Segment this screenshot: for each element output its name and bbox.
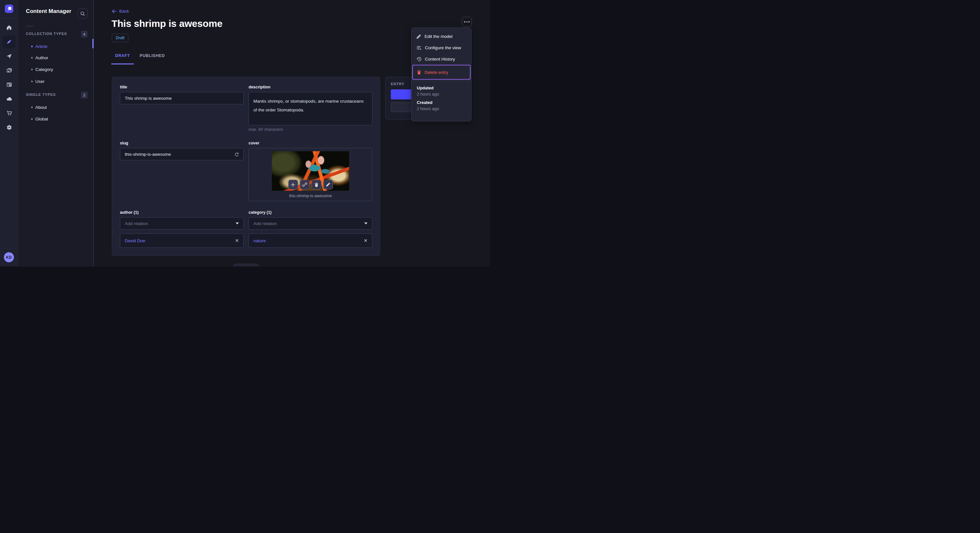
remove-relation-icon[interactable]: ✕ [364, 238, 368, 243]
cart-icon [6, 110, 12, 116]
search-button[interactable] [78, 8, 88, 19]
subnav-item-category[interactable]: Category [19, 65, 93, 73]
chevron-down-icon [235, 222, 239, 224]
more-actions-menu: Edit the model Configure the view Conten… [411, 27, 471, 121]
collection-types-count-badge: 4 [81, 31, 88, 38]
copy-link-button[interactable] [300, 180, 310, 189]
remove-relation-icon[interactable]: ✕ [235, 238, 239, 243]
trash-icon [314, 182, 318, 187]
back-arrow-icon [112, 9, 117, 14]
description-label: description [248, 85, 372, 89]
entry-form-card: title This shrimp is awesome description… [112, 77, 380, 256]
category-relation-item: nature ✕ [248, 233, 372, 248]
category-relation-select[interactable]: Add relation [248, 217, 372, 230]
active-tab-underline [111, 63, 134, 65]
delete-media-button[interactable] [312, 180, 321, 189]
field-slug: slug this-shrimp-is-awesome [120, 141, 244, 201]
updated-value: 2 hours ago [417, 92, 466, 97]
regenerate-slug-button[interactable] [234, 152, 239, 157]
category-placeholder: Add relation [253, 221, 277, 226]
subnav-item-about[interactable]: About [19, 103, 93, 111]
bullet-icon [31, 81, 33, 82]
back-link[interactable]: Back [112, 9, 129, 14]
app-window: KD Content Manager COLLECTION TYPES 4 Ar… [0, 0, 490, 266]
subnav-item-article[interactable]: Article [19, 42, 93, 51]
description-textarea[interactable]: Mantis shrimps, or stomatopods, are mari… [248, 92, 372, 125]
add-media-button[interactable] [288, 180, 298, 189]
bullet-icon [31, 69, 33, 70]
slug-label: slug [120, 141, 244, 145]
field-title: title This shrimp is awesome [120, 85, 244, 132]
list-plus-icon [416, 45, 422, 51]
field-category: category (1) Add relation nature ✕ [248, 210, 372, 247]
more-actions-button[interactable] [462, 17, 472, 27]
relation-link-nature[interactable]: nature [253, 238, 266, 243]
strapi-logo-icon [7, 6, 12, 11]
field-author: author (1) Add relation David Doe ✕ [120, 210, 244, 247]
tab-published[interactable]: PUBLISHED [140, 54, 165, 58]
plus-icon [291, 182, 296, 187]
title-input[interactable]: This shrimp is awesome [120, 92, 244, 104]
paper-plane-icon [6, 53, 12, 59]
link-icon [302, 182, 307, 187]
ellipsis-icon [464, 21, 465, 23]
pencil-icon [326, 182, 330, 187]
slug-value: this-shrimp-is-awesome [125, 152, 171, 157]
sidebar-item-home[interactable] [0, 21, 18, 35]
avatar-divider [0, 248, 18, 248]
sidebar-item-content-manager[interactable] [0, 35, 18, 49]
relation-link-david-doe[interactable]: David Doe [125, 238, 145, 243]
menu-item-delete-entry[interactable]: Delete entry [413, 65, 470, 79]
updated-label: Updated [417, 86, 466, 90]
images-icon [6, 67, 12, 73]
author-relation-item: David Doe ✕ [120, 233, 244, 248]
author-placeholder: Add relation [125, 221, 148, 226]
gear-icon [6, 124, 12, 130]
field-description: description Mantis shrimps, or stomatopo… [248, 85, 372, 132]
cover-media-box: this-shrimp-is-awesome [248, 148, 372, 201]
sidebar-item-deploy[interactable] [0, 92, 18, 106]
chevron-down-icon [364, 222, 368, 224]
single-types-count-badge: 2 [81, 92, 88, 98]
title-label: title [120, 85, 244, 89]
search-icon [80, 11, 85, 16]
subnav-title: Content Manager [26, 8, 71, 14]
active-nav-tile [3, 35, 16, 48]
subnav-rule [26, 26, 33, 27]
sidebar-item-content-type-builder[interactable] [0, 78, 18, 92]
home-icon [6, 25, 12, 30]
page-title: This shrimp is awesome [111, 18, 222, 29]
cover-image[interactable] [272, 151, 349, 191]
subnav-item-global[interactable]: Global [19, 115, 93, 123]
sidebar-item-marketplace[interactable] [0, 106, 18, 120]
delete-entry-highlight: Delete entry [412, 65, 471, 80]
main-nav-sidebar: KD [0, 0, 18, 266]
sidebar-item-releases[interactable] [0, 49, 18, 63]
active-scroll-indicator [92, 39, 94, 48]
description-hint: max. 80 characters [248, 127, 372, 132]
tab-draft[interactable]: DRAFT [111, 54, 134, 58]
slug-input[interactable]: this-shrimp-is-awesome [120, 148, 244, 160]
subnav-item-user[interactable]: User [19, 77, 93, 86]
sidebar-item-media-library[interactable] [0, 63, 18, 78]
menu-item-edit-model[interactable]: Edit the model [412, 31, 471, 42]
edit-media-button[interactable] [323, 180, 333, 189]
layout-icon [6, 82, 12, 88]
created-value: 2 hours ago [417, 106, 466, 111]
cover-actions-toolbar [288, 180, 333, 189]
user-avatar[interactable]: KD [4, 252, 14, 262]
feather-icon [6, 38, 12, 45]
author-relation-select[interactable]: Add relation [120, 217, 244, 230]
sidebar-item-settings[interactable] [0, 120, 18, 134]
content-manager-subnav: Content Manager COLLECTION TYPES 4 Artic… [19, 0, 94, 266]
bullet-icon [31, 106, 33, 108]
next-section-peek [233, 263, 259, 266]
section-label-collection-types: COLLECTION TYPES [26, 32, 67, 36]
strapi-logo[interactable] [5, 5, 13, 13]
author-label: author (1) [120, 210, 244, 215]
subnav-item-author[interactable]: Author [19, 54, 93, 62]
cloud-icon [6, 96, 12, 102]
menu-item-content-history[interactable]: Content History [412, 54, 471, 65]
section-label-single-types: SINGLE TYPES [26, 93, 56, 97]
menu-item-configure-view[interactable]: Configure the view [412, 42, 471, 54]
